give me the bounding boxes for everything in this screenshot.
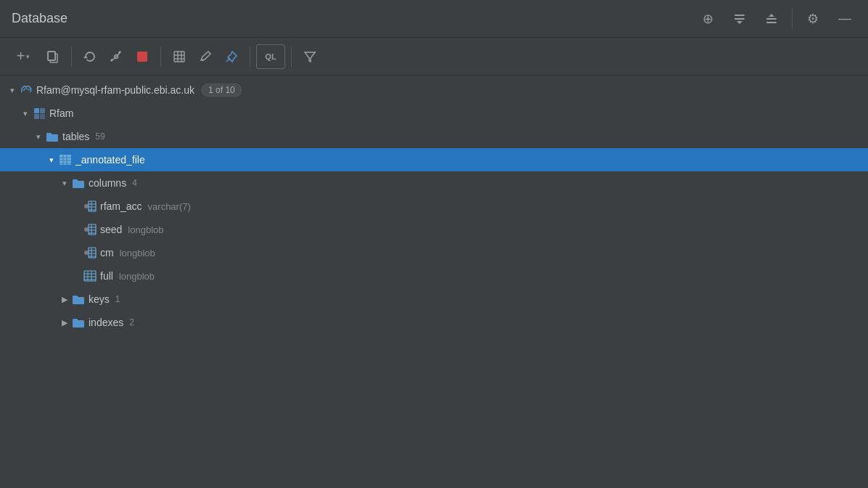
- column-type: longblob: [120, 248, 155, 259]
- column-name: cm: [100, 247, 114, 259]
- column-icon: [83, 245, 97, 260]
- grid-button[interactable]: [167, 44, 192, 69]
- columns-label: columns: [89, 177, 126, 189]
- svg-rect-0: [734, 15, 745, 16]
- toolbar: +▾: [0, 38, 868, 76]
- sep4: [291, 46, 292, 67]
- column-icon: [83, 222, 97, 237]
- globe-icon[interactable]: ⊕: [696, 7, 719, 30]
- tables-label: tables: [62, 131, 89, 142]
- indexes-folder-icon: [71, 315, 86, 330]
- mysql-icon: [19, 83, 33, 97]
- svg-rect-21: [40, 108, 45, 113]
- sep3: [250, 46, 250, 67]
- svg-point-19: [23, 89, 25, 91]
- title-separator: [792, 9, 793, 29]
- database-toggle[interactable]: ▾: [19, 107, 32, 120]
- tables-folder[interactable]: ▾ tables 59: [0, 125, 868, 148]
- svg-rect-23: [40, 114, 45, 119]
- add-button[interactable]: +▾: [7, 44, 39, 69]
- svg-rect-4: [766, 18, 777, 20]
- keys-toggle[interactable]: ▶: [58, 293, 71, 306]
- tables-folder-icon: [45, 129, 60, 144]
- copy-button[interactable]: [41, 44, 65, 69]
- columns-toggle[interactable]: ▾: [58, 176, 71, 190]
- column-type: varchar(7): [148, 201, 191, 212]
- keys-label: keys: [89, 293, 110, 305]
- svg-marker-18: [305, 52, 315, 62]
- database-name: Rfam: [49, 107, 73, 119]
- table-icon: [58, 152, 73, 167]
- sep2: [160, 46, 161, 67]
- table-item[interactable]: ▾ _annotated_file: [0, 148, 868, 171]
- refresh-button[interactable]: [78, 44, 102, 69]
- columns-folder-icon: [71, 176, 86, 190]
- sep1: [71, 46, 72, 67]
- filter-button[interactable]: [298, 44, 322, 69]
- column-item[interactable]: rfam_acc varchar(7): [0, 195, 868, 218]
- svg-rect-5: [766, 22, 777, 23]
- expand-icon[interactable]: [760, 7, 783, 30]
- svg-rect-11: [174, 52, 184, 62]
- connection-item[interactable]: ▾ Rfam@mysql-rfam-public.ebi.ac.uk 1 of …: [0, 78, 868, 102]
- settings-icon[interactable]: ⚙: [801, 7, 824, 30]
- title-bar-actions: ⊕ ⚙ —: [696, 7, 856, 30]
- tables-count: 59: [95, 131, 105, 142]
- svg-rect-7: [48, 52, 55, 60]
- database-icon: [32, 106, 46, 121]
- svg-point-36: [84, 227, 89, 232]
- svg-point-30: [84, 204, 89, 208]
- column-type: longblob: [119, 271, 155, 282]
- indexes-toggle[interactable]: ▶: [58, 316, 71, 329]
- svg-rect-22: [34, 114, 39, 119]
- svg-line-17: [226, 58, 230, 62]
- indexes-count: 2: [129, 317, 134, 328]
- table-toggle[interactable]: ▾: [45, 153, 58, 166]
- indexes-label: indexes: [89, 317, 123, 328]
- column-icon: [83, 199, 97, 214]
- table-name: _annotated_file: [75, 154, 145, 166]
- title-bar: Database ⊕ ⚙ —: [0, 0, 868, 38]
- svg-marker-3: [769, 14, 774, 17]
- connection-badge: 1 of 10: [202, 84, 242, 97]
- collapse-all-icon[interactable]: [728, 7, 751, 30]
- svg-rect-20: [34, 108, 39, 113]
- column-item[interactable]: seed longblob: [0, 218, 868, 241]
- connection-toggle[interactable]: ▾: [6, 84, 19, 97]
- pin-button[interactable]: [219, 44, 244, 69]
- minimize-icon[interactable]: —: [833, 7, 856, 30]
- column-name: full: [100, 270, 113, 282]
- indexes-folder[interactable]: ▶ indexes 2: [0, 311, 868, 334]
- keys-folder-icon: [71, 292, 86, 306]
- keys-folder[interactable]: ▶ keys 1: [0, 288, 868, 311]
- edit-button[interactable]: [193, 44, 218, 69]
- tree-panel: ▾ Rfam@mysql-rfam-public.ebi.ac.uk 1 of …: [0, 76, 868, 488]
- keys-count: 1: [115, 294, 120, 304]
- tables-toggle[interactable]: ▾: [32, 130, 45, 143]
- stop-button[interactable]: [130, 44, 155, 69]
- sql-button[interactable]: QL: [256, 44, 285, 69]
- database-item[interactable]: ▾ Rfam: [0, 102, 868, 125]
- columns-folder[interactable]: ▾ columns 4: [0, 171, 868, 195]
- app-title: Database: [12, 11, 67, 26]
- column-item[interactable]: cm longblob: [0, 241, 868, 264]
- column-name: rfam_acc: [100, 200, 142, 212]
- column-type: longblob: [128, 224, 163, 235]
- column-name: seed: [100, 224, 122, 235]
- svg-rect-10: [137, 52, 147, 62]
- svg-marker-2: [737, 21, 742, 24]
- schema-button[interactable]: [104, 44, 128, 69]
- columns-count: 4: [132, 178, 137, 188]
- svg-point-42: [84, 251, 89, 255]
- column-item[interactable]: full longblob: [0, 264, 868, 288]
- column-icon-gray: [83, 269, 97, 283]
- svg-rect-1: [734, 18, 745, 20]
- connection-name: Rfam@mysql-rfam-public.ebi.ac.uk: [36, 84, 195, 96]
